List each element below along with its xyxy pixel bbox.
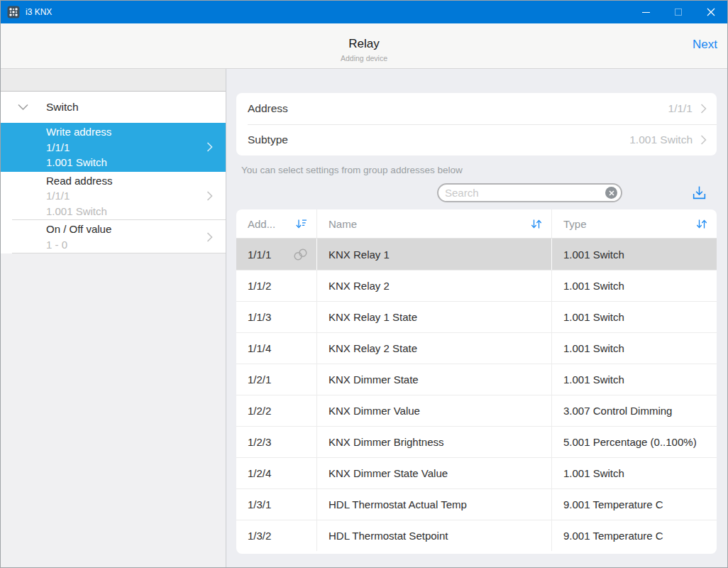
sidebar-top-strip (1, 69, 226, 92)
table-row[interactable]: 1/1/3KNX Relay 1 State1.001 Switch (236, 301, 717, 332)
address-value: 1/2/3 (248, 436, 271, 448)
settings-panel: Address 1/1/1 Subtype 1.001 Switch You c… (226, 69, 727, 567)
sidebar-item-write-address[interactable]: Write address1/1/11.001 Switch (1, 123, 226, 172)
minimize-button[interactable] (629, 1, 662, 23)
name-value: KNX Dimmer Brightness (329, 436, 444, 448)
cell-address: 1/1/2 (236, 271, 317, 301)
app-window: i3 KNX Relay Adding device Next Switch (0, 0, 728, 568)
sidebar-empty-area (1, 253, 226, 567)
sidebar-item-label: Write address (1, 124, 226, 140)
table-header: Add...NameType (236, 209, 717, 239)
cell-type: 1.001 Switch (552, 271, 717, 301)
chevron-right-icon (206, 190, 213, 201)
setting-row-address[interactable]: Address 1/1/1 (236, 93, 717, 124)
column-header-name[interactable]: Name (317, 209, 552, 238)
name-value: KNX Dimmer Value (329, 405, 420, 417)
close-button[interactable] (695, 1, 727, 23)
cell-type: 9.001 Temperature C (552, 489, 717, 520)
device-settings-card: Address 1/1/1 Subtype 1.001 Switch (236, 93, 717, 155)
download-icon[interactable] (691, 185, 707, 201)
cell-type: 1.001 Switch (552, 458, 717, 488)
name-value: HDL Thermostat Actual Temp (329, 498, 467, 510)
address-value: 1/1/1 (248, 248, 271, 261)
chevron-down-icon (18, 104, 28, 111)
address-value: 1/1/3 (248, 311, 271, 323)
address-value: 1/2/4 (248, 467, 271, 479)
sidebar: Switch Write address1/1/11.001 SwitchRea… (1, 69, 226, 567)
table-row[interactable]: 1/2/2KNX Dimmer Value3.007 Control Dimmi… (236, 395, 717, 426)
setting-row-subtype[interactable]: Subtype 1.001 Switch (236, 124, 717, 155)
type-value: 3.007 Control Dimming (563, 405, 672, 417)
group-address-table: Add...NameType 1/1/1KNX Relay 11.001 Swi… (236, 209, 717, 554)
chevron-right-icon (206, 231, 213, 242)
app-icon (7, 6, 20, 18)
cell-type: 1.001 Switch (552, 333, 717, 364)
table-row[interactable]: 1/2/4KNX Dimmer State Value1.001 Switch (236, 457, 717, 488)
cell-name: KNX Relay 1 State (317, 302, 552, 332)
search-box (437, 183, 622, 202)
address-value: 1/1/4 (248, 342, 271, 354)
sidebar-item-detail: 1/1/1 (1, 140, 226, 155)
name-value: KNX Relay 1 (329, 248, 390, 261)
cell-name: KNX Relay 2 State (317, 333, 552, 364)
cell-type: 9.001 Temperature C (552, 520, 717, 551)
column-label: Type (563, 218, 587, 230)
address-value: 1/1/2 (248, 280, 271, 292)
cell-address: 1/1/3 (236, 302, 317, 332)
clear-search-button[interactable] (605, 187, 617, 199)
cell-name: KNX Dimmer State (317, 364, 552, 395)
cell-type: 1.001 Switch (552, 239, 717, 270)
type-value: 9.001 Temperature C (563, 498, 663, 510)
type-value: 1.001 Switch (563, 373, 624, 386)
chevron-right-icon (700, 135, 707, 145)
cell-name: KNX Relay 1 (317, 239, 552, 270)
table-row[interactable]: 1/2/3KNX Dimmer Brightness5.001 Percenta… (236, 426, 717, 457)
name-value: KNX Dimmer State (329, 373, 419, 386)
sidebar-item-label: Read address (1, 173, 226, 189)
group-address-hint: You can select settings from group addre… (241, 165, 717, 175)
name-value: KNX Relay 1 State (329, 311, 417, 323)
sidebar-item-read-address[interactable]: Read address1/1/11.001 Switch (1, 172, 226, 221)
table-row[interactable]: 1/2/1KNX Dimmer State1.001 Switch (236, 364, 717, 395)
name-value: KNX Relay 2 State (329, 342, 417, 354)
address-value: 1/2/2 (248, 405, 271, 417)
table-row[interactable]: 1/1/2KNX Relay 21.001 Switch (236, 270, 717, 301)
name-value: HDL Thermostat Setpoint (329, 530, 448, 542)
table-row[interactable]: 1/3/2HDL Thermostat Setpoint9.001 Temper… (236, 520, 717, 551)
cell-type: 1.001 Switch (552, 364, 717, 395)
address-value: 1/2/1 (248, 373, 271, 386)
column-header-add[interactable]: Add... (236, 209, 317, 238)
maximize-button[interactable] (662, 1, 695, 23)
table-row[interactable]: 1/3/1HDL Thermostat Actual Temp9.001 Tem… (236, 488, 717, 520)
column-header-type[interactable]: Type (552, 209, 717, 238)
sort-updown-icon[interactable] (696, 219, 707, 229)
table-row[interactable]: 1/1/1KNX Relay 11.001 Switch (236, 239, 717, 270)
cell-name: KNX Dimmer Brightness (317, 427, 552, 457)
name-value: KNX Dimmer State Value (329, 467, 448, 479)
cell-address: 1/2/2 (236, 395, 317, 426)
type-value: 9.001 Temperature C (563, 530, 663, 542)
sidebar-group-switch[interactable]: Switch (1, 92, 226, 123)
table-row[interactable]: 1/1/4KNX Relay 2 State1.001 Switch (236, 332, 717, 364)
sort-updown-icon[interactable] (531, 219, 542, 229)
cell-address: 1/1/1 (236, 239, 317, 270)
type-value: 1.001 Switch (563, 311, 624, 323)
setting-label: Address (248, 102, 288, 115)
setting-value: 1/1/1 (668, 102, 693, 115)
type-value: 1.001 Switch (563, 342, 624, 354)
search-input[interactable] (445, 187, 605, 199)
page-title: Relay (348, 37, 379, 51)
cell-address: 1/2/4 (236, 458, 317, 488)
cell-address: 1/2/3 (236, 427, 317, 457)
column-label: Name (329, 218, 357, 230)
clear-x-icon (609, 190, 614, 196)
cell-name: KNX Dimmer State Value (317, 458, 552, 488)
sidebar-group-label: Switch (1, 101, 79, 114)
titlebar: i3 KNX (1, 1, 727, 23)
table-body: 1/1/1KNX Relay 11.001 Switch1/1/2KNX Rel… (236, 239, 717, 551)
sidebar-item-on-off-value[interactable]: On / Off value1 - 0 (1, 220, 226, 253)
cell-name: KNX Relay 2 (317, 271, 552, 301)
next-button[interactable]: Next (693, 37, 717, 51)
setting-label: Subtype (248, 133, 288, 146)
sort-descending-icon[interactable] (295, 219, 307, 229)
